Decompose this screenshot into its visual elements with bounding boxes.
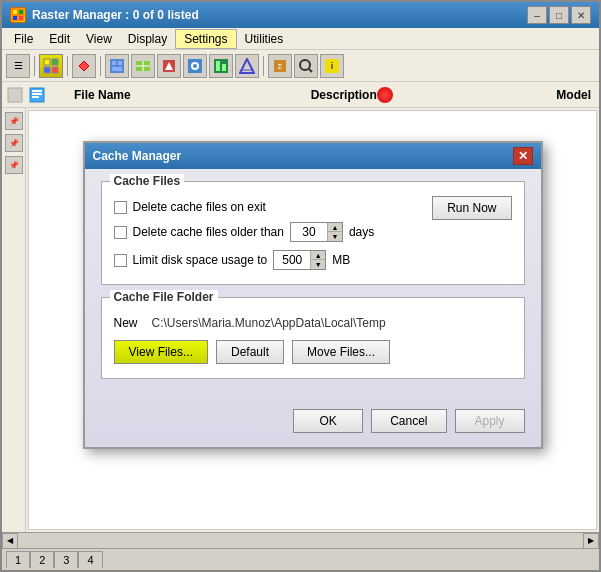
menu-file[interactable]: File bbox=[6, 30, 41, 48]
delete-on-exit-row: Delete cache files on exit bbox=[114, 200, 375, 214]
svg-rect-4 bbox=[19, 16, 23, 20]
mb-spin-up[interactable]: ▲ bbox=[311, 251, 325, 260]
app-icon bbox=[10, 7, 26, 23]
limit-disk-label: Limit disk space usage to bbox=[133, 253, 268, 267]
days-unit: days bbox=[349, 225, 374, 239]
delete-older-checkbox[interactable] bbox=[114, 226, 127, 239]
tb-btn-e[interactable] bbox=[209, 54, 233, 78]
mb-spin-down[interactable]: ▼ bbox=[311, 260, 325, 269]
title-bar-left: Raster Manager : 0 of 0 listed bbox=[10, 7, 199, 23]
mb-spin-arrows: ▲ ▼ bbox=[310, 251, 325, 269]
tb-btn-i[interactable]: i bbox=[320, 54, 344, 78]
toolbar-btn-3[interactable] bbox=[72, 54, 96, 78]
dialog-footer: OK Cancel Apply bbox=[85, 403, 541, 447]
tb-btn-h[interactable] bbox=[294, 54, 318, 78]
scroll-track[interactable] bbox=[18, 533, 583, 548]
new-label: New bbox=[114, 316, 144, 330]
delete-on-exit-label: Delete cache files on exit bbox=[133, 200, 266, 214]
cache-folder-label: Cache File Folder bbox=[110, 290, 218, 304]
folder-buttons: View Files... Default Move Files... bbox=[114, 340, 512, 364]
days-spin-down[interactable]: ▼ bbox=[328, 232, 342, 241]
days-spin-up[interactable]: ▲ bbox=[328, 223, 342, 232]
svg-rect-7 bbox=[44, 67, 50, 73]
svg-rect-11 bbox=[112, 61, 116, 65]
tb-btn-d[interactable] bbox=[183, 54, 207, 78]
menu-view[interactable]: View bbox=[78, 30, 120, 48]
col-header-filename: File Name bbox=[74, 88, 131, 102]
toolbar-btn-2[interactable] bbox=[39, 54, 63, 78]
side-icon-1[interactable]: 📌 bbox=[5, 112, 23, 130]
days-spin-arrows: ▲ ▼ bbox=[327, 223, 342, 241]
toolbar-sep-3 bbox=[100, 56, 101, 76]
delete-on-exit-checkbox[interactable] bbox=[114, 201, 127, 214]
cache-files-section: Cache Files Delete cache files on exit bbox=[101, 181, 525, 285]
dialog-overlay: Cache Manager ✕ Cache Files bbox=[29, 111, 596, 529]
move-files-button[interactable]: Move Files... bbox=[292, 340, 390, 364]
svg-point-29 bbox=[300, 60, 310, 70]
tab-1[interactable]: 1 bbox=[6, 551, 30, 568]
tb-btn-a[interactable] bbox=[105, 54, 129, 78]
cache-files-label: Cache Files bbox=[110, 174, 185, 188]
cancel-button[interactable]: Cancel bbox=[371, 409, 446, 433]
bottom-tabs: 1 2 3 4 bbox=[2, 548, 599, 570]
ok-button[interactable]: OK bbox=[293, 409, 363, 433]
content-area: 📌 📌 📌 Cache Manager ✕ Cache Fil bbox=[2, 108, 599, 532]
days-spinbox[interactable]: ▲ ▼ bbox=[290, 222, 343, 242]
side-icons: 📌 📌 📌 bbox=[2, 108, 26, 532]
main-panel: Cache Manager ✕ Cache Files bbox=[28, 110, 597, 530]
svg-marker-25 bbox=[240, 59, 254, 73]
svg-line-30 bbox=[309, 69, 312, 72]
run-now-button[interactable]: Run Now bbox=[432, 196, 511, 220]
tab-4[interactable]: 4 bbox=[78, 551, 102, 568]
limit-disk-checkbox[interactable] bbox=[114, 254, 127, 267]
menu-settings[interactable]: Settings bbox=[175, 29, 236, 49]
toolbar-btn-1[interactable]: ☰ bbox=[6, 54, 30, 78]
minimize-button[interactable]: – bbox=[527, 6, 547, 24]
svg-rect-5 bbox=[44, 59, 50, 65]
mb-spinbox[interactable]: ▲ ▼ bbox=[273, 250, 326, 270]
scroll-left-btn[interactable]: ◀ bbox=[2, 533, 18, 549]
dialog-body: Cache Files Delete cache files on exit bbox=[85, 169, 541, 403]
svg-rect-24 bbox=[222, 64, 226, 71]
title-bar: Raster Manager : 0 of 0 listed – □ ✕ bbox=[2, 2, 599, 28]
svg-rect-23 bbox=[216, 61, 220, 71]
menu-utilities[interactable]: Utilities bbox=[237, 30, 292, 48]
tab-3[interactable]: 3 bbox=[54, 551, 78, 568]
side-icon-3[interactable]: 📌 bbox=[5, 156, 23, 174]
svg-rect-36 bbox=[32, 93, 42, 95]
menu-edit[interactable]: Edit bbox=[41, 30, 78, 48]
delete-older-row: Delete cache files older than ▲ ▼ bbox=[114, 222, 375, 242]
dialog-title: Cache Manager bbox=[93, 149, 182, 163]
folder-path: C:\Users\Maria.Munoz\AppData\Local\Temp bbox=[152, 316, 386, 330]
col-header-description: Description bbox=[311, 88, 377, 102]
svg-rect-8 bbox=[52, 67, 58, 73]
tb-btn-g[interactable]: Σ bbox=[268, 54, 292, 78]
svg-rect-35 bbox=[32, 90, 42, 92]
toolbar-sep-2 bbox=[67, 56, 68, 76]
svg-marker-9 bbox=[79, 61, 89, 71]
sidebar-pin-icon bbox=[6, 86, 24, 104]
view-files-button[interactable]: View Files... bbox=[114, 340, 208, 364]
menu-display[interactable]: Display bbox=[120, 30, 175, 48]
col-header-model: Model bbox=[556, 88, 591, 102]
dialog-close-button[interactable]: ✕ bbox=[513, 147, 533, 165]
apply-button[interactable]: Apply bbox=[455, 409, 525, 433]
tb-btn-b[interactable] bbox=[131, 54, 155, 78]
close-button[interactable]: ✕ bbox=[571, 6, 591, 24]
menu-bar: File Edit View Display Settings Utilitie… bbox=[2, 28, 599, 50]
tb-btn-f[interactable] bbox=[235, 54, 259, 78]
side-icon-2[interactable]: 📌 bbox=[5, 134, 23, 152]
days-input[interactable] bbox=[291, 223, 327, 241]
svg-rect-2 bbox=[19, 10, 23, 14]
tb-btn-c[interactable] bbox=[157, 54, 181, 78]
svg-rect-33 bbox=[8, 88, 22, 102]
model-icon bbox=[377, 87, 393, 103]
svg-rect-13 bbox=[112, 67, 122, 71]
mb-input[interactable] bbox=[274, 251, 310, 269]
file-icon-header bbox=[28, 86, 46, 104]
default-button[interactable]: Default bbox=[216, 340, 284, 364]
scroll-right-btn[interactable]: ▶ bbox=[583, 533, 599, 549]
maximize-button[interactable]: □ bbox=[549, 6, 569, 24]
toolbar-sep-1 bbox=[34, 56, 35, 76]
tab-2[interactable]: 2 bbox=[30, 551, 54, 568]
